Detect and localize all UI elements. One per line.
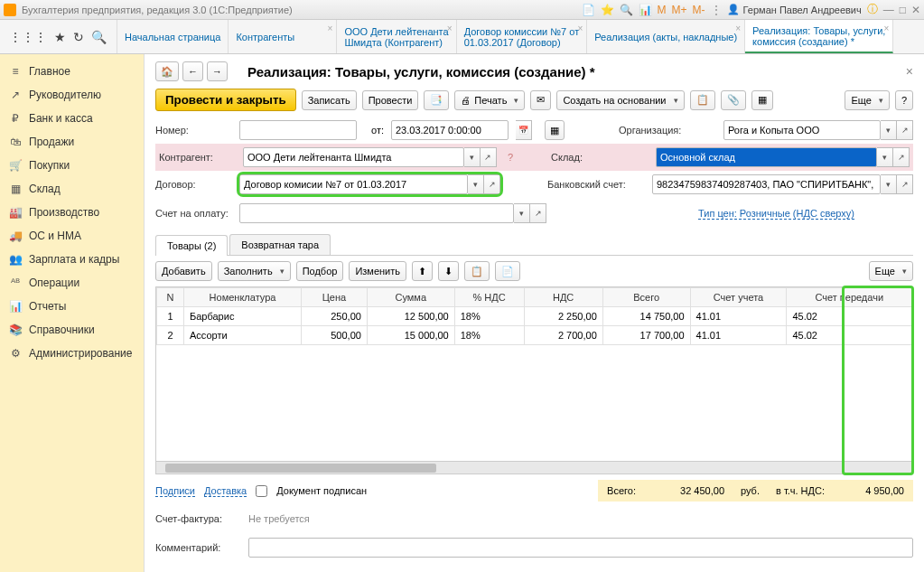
history-icon[interactable]: ↻	[73, 30, 84, 44]
goods-table[interactable]: NНоменклатураЦенаСумма% НДСНДСВсегоСчет …	[156, 287, 912, 345]
paste-button[interactable]: 📄	[495, 261, 520, 281]
table-header[interactable]: Счет передачи	[787, 288, 912, 307]
toolbar-icon[interactable]: 📄	[582, 4, 595, 16]
print-button[interactable]: 🖨 Печать	[454, 90, 525, 110]
invoice-field[interactable]	[239, 203, 514, 223]
warn-icon[interactable]: ?	[508, 152, 513, 163]
attach-button[interactable]: 📎	[721, 90, 746, 110]
forward-button[interactable]: →	[207, 61, 228, 81]
app-tab[interactable]: Реализация (акты, накладные)×	[587, 20, 745, 53]
back-button[interactable]: ←	[182, 61, 203, 81]
sidebar-item[interactable]: 📊Отчеты	[0, 295, 144, 318]
table-header[interactable]: N	[157, 288, 184, 307]
table-header[interactable]: Цена	[302, 288, 368, 307]
h-scrollbar[interactable]	[156, 461, 912, 474]
table-row[interactable]: 1Барбарис250,0012 500,0018%2 250,0014 75…	[157, 307, 912, 326]
close-form-icon[interactable]: ×	[906, 64, 913, 79]
mode-button[interactable]: ▦	[545, 120, 565, 140]
open-icon[interactable]: ↗	[481, 147, 497, 167]
struct-button[interactable]: ▦	[751, 90, 773, 110]
toolbar-icon[interactable]: ⭐	[601, 4, 614, 16]
warehouse-field[interactable]: Основной склад	[656, 147, 877, 167]
dropdown-icon[interactable]: ▾	[881, 174, 897, 194]
minimize-icon[interactable]: —	[883, 4, 894, 16]
sidebar-item[interactable]: 🚚ОС и НМА	[0, 224, 144, 248]
fill-button[interactable]: Заполнить	[218, 261, 291, 281]
m-icon[interactable]: M+	[672, 4, 687, 16]
tab-tara[interactable]: Возвратная тара	[229, 234, 331, 255]
add-row-button[interactable]: Добавить	[155, 261, 212, 281]
sidebar-item[interactable]: 📚Справочники	[0, 318, 144, 342]
toolbar-icon[interactable]: 🔍	[620, 4, 633, 16]
open-icon[interactable]: ↗	[530, 203, 546, 223]
close-tab-icon[interactable]: ×	[328, 23, 333, 33]
sidebar-item[interactable]: 👥Зарплата и кадры	[0, 248, 144, 271]
write-button[interactable]: Записать	[302, 90, 357, 110]
close-tab-icon[interactable]: ×	[447, 23, 453, 33]
table-header[interactable]: НДС	[524, 288, 602, 307]
post-and-close-button[interactable]: Провести и закрыть	[155, 89, 296, 111]
close-window-icon[interactable]: ✕	[911, 4, 920, 16]
post-button[interactable]: Провести	[362, 90, 419, 110]
dropdown-icon[interactable]: ▾	[514, 203, 530, 223]
open-icon[interactable]: ↗	[897, 174, 913, 194]
edo-button[interactable]: 📋	[690, 90, 715, 110]
user-block[interactable]: 👤 Герман Павел Андреевич	[727, 4, 862, 15]
sidebar-item[interactable]: ⚙Администрирование	[0, 342, 144, 365]
tab-goods[interactable]: Товары (2)	[155, 235, 228, 256]
close-tab-icon[interactable]: ×	[735, 23, 741, 33]
table-header[interactable]: % НДС	[454, 288, 524, 307]
home-button[interactable]: 🏠	[155, 61, 179, 81]
price-type-link[interactable]: Тип цен: Розничные (НДС сверху)	[698, 208, 854, 220]
app-tab[interactable]: Договор комиссии №7 от01.03.2017 (Догово…	[457, 20, 588, 53]
help-button[interactable]: ?	[895, 90, 913, 110]
date-field[interactable]: 23.03.2017 0:00:00	[391, 120, 509, 140]
change-button[interactable]: Изменить	[349, 261, 406, 281]
maximize-icon[interactable]: □	[900, 4, 906, 16]
apps-icon[interactable]: ⋮⋮⋮	[9, 30, 47, 44]
app-tab[interactable]: Реализация: Товары, услуги,комиссия (соз…	[745, 20, 893, 53]
toolbar-icon[interactable]: ⋮	[711, 4, 722, 16]
open-icon[interactable]: ↗	[484, 174, 500, 194]
dropdown-icon[interactable]: ▾	[877, 147, 893, 167]
table-header[interactable]: Номенклатура	[184, 288, 302, 307]
table-header[interactable]: Счет учета	[690, 288, 787, 307]
move-down-button[interactable]: ⬇	[438, 261, 459, 281]
sidebar-item[interactable]: ₽Банк и касса	[0, 107, 144, 130]
contract-field[interactable]: Договор комисии №7 от 01.03.2017	[239, 174, 468, 194]
sidebar-item[interactable]: 🛒Покупки	[0, 154, 144, 177]
info-icon[interactable]: ⓘ	[867, 2, 878, 17]
dropdown-icon[interactable]: ▾	[464, 147, 481, 167]
create-based-button[interactable]: Создать на основании	[556, 90, 684, 110]
toolbar-icon[interactable]: 📊	[639, 4, 652, 16]
app-tab[interactable]: Начальная страница	[117, 20, 229, 53]
app-tab[interactable]: ООО Дети лейтенантаШмидта (Контрагент)×	[337, 20, 456, 53]
sidebar-item[interactable]: ↗Руководителю	[0, 83, 144, 107]
app-tab[interactable]: Контрагенты×	[229, 20, 337, 53]
more-button[interactable]: Еще	[845, 90, 889, 110]
comment-field[interactable]	[248, 538, 913, 558]
search-icon[interactable]: 🔍	[91, 30, 107, 44]
number-field[interactable]	[239, 120, 357, 140]
open-icon[interactable]: ↗	[897, 120, 913, 140]
sidebar-item[interactable]: 🛍Продажи	[0, 130, 144, 154]
move-up-button[interactable]: ⬆	[412, 261, 433, 281]
m-icon[interactable]: M	[658, 4, 667, 16]
bank-field[interactable]: 98234759837409287403, ПАО "СПИРИТБАНК",	[652, 174, 881, 194]
select-button[interactable]: Подбор	[296, 261, 344, 281]
dropdown-icon[interactable]: ▾	[468, 174, 484, 194]
calendar-icon[interactable]: 📅	[516, 120, 532, 140]
close-tab-icon[interactable]: ×	[577, 23, 583, 33]
delivery-link[interactable]: Доставка	[204, 485, 247, 497]
org-field[interactable]: Рога и Копыта ООО	[723, 120, 881, 140]
table-header[interactable]: Всего	[602, 288, 690, 307]
star-icon[interactable]: ★	[54, 30, 66, 44]
contr-field[interactable]: ООО Дети лейтенанта Шмидта	[243, 147, 464, 167]
table-row[interactable]: 2Ассорти500,0015 000,0018%2 700,0017 700…	[157, 326, 912, 345]
table-header[interactable]: Сумма	[367, 288, 454, 307]
sidebar-item[interactable]: 🏭Производство	[0, 201, 144, 224]
sidebar-item[interactable]: ▦Склад	[0, 177, 144, 201]
signed-checkbox[interactable]	[256, 485, 267, 497]
dt-button[interactable]: 📑	[424, 90, 449, 110]
grid-more-button[interactable]: Еще	[869, 261, 913, 281]
